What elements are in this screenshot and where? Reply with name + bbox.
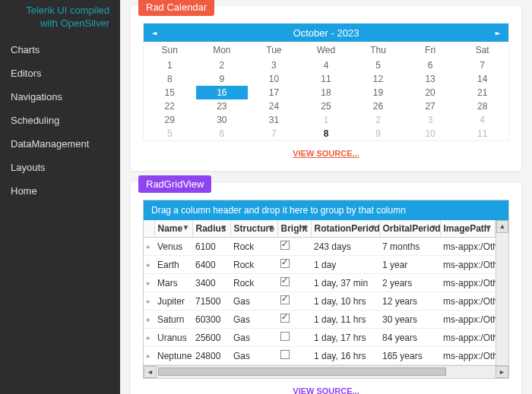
column-header-orbitalperiod[interactable]: OrbitalPeriod▼ [379, 220, 440, 238]
bright-checkbox[interactable] [280, 350, 290, 359]
calendar-day[interactable]: 11 [456, 127, 508, 140]
bright-checkbox[interactable] [280, 277, 290, 286]
calendar-day[interactable]: 31 [248, 113, 300, 127]
table-row[interactable]: ▸Mars3400Rock1 day, 37 min2 yearsms-appx… [144, 274, 496, 292]
calendar-day[interactable]: 8 [144, 72, 196, 86]
calendar-day[interactable]: 1 [300, 113, 353, 127]
cell-bright [277, 329, 311, 347]
filter-icon[interactable]: ▼ [220, 223, 228, 232]
calendar-day[interactable]: 7 [456, 58, 508, 72]
calendar-day[interactable]: 22 [144, 99, 196, 113]
filter-icon[interactable]: ▼ [369, 223, 377, 232]
nav-item-datamanagement[interactable]: DataManagement [0, 132, 120, 156]
scroll-thumb[interactable] [158, 367, 446, 376]
scroll-right-icon[interactable]: ► [496, 366, 508, 378]
row-expand-icon[interactable]: ▸ [144, 329, 154, 347]
group-by-bar[interactable]: Drag a column header and drop it here to… [144, 200, 508, 220]
calendar-day[interactable]: 11 [300, 72, 353, 86]
calendar-day[interactable]: 13 [404, 72, 457, 86]
calendar-day[interactable]: 14 [456, 72, 508, 86]
filter-icon[interactable]: ▼ [182, 223, 190, 232]
calendar-day[interactable]: 9 [352, 127, 404, 140]
column-header-imagepath[interactable]: ImagePath▼ [440, 220, 496, 238]
row-expand-icon[interactable]: ▸ [144, 274, 154, 292]
table-row[interactable]: ▸Uranus25600Gas1 day, 17 hrs84 yearsms-a… [144, 329, 496, 347]
calendar-day[interactable]: 2 [352, 113, 404, 127]
row-expand-icon[interactable]: ▸ [144, 292, 154, 310]
calendar-day[interactable]: 27 [404, 99, 457, 113]
calendar-day[interactable]: 21 [456, 86, 508, 99]
calendar-day[interactable]: 9 [196, 72, 249, 86]
row-expand-icon[interactable]: ▸ [144, 310, 154, 329]
calendar-day[interactable]: 19 [352, 86, 404, 99]
calendar-day[interactable]: 1 [144, 58, 196, 72]
nav-item-editors[interactable]: Editors [0, 61, 120, 85]
calendar-day[interactable]: 26 [352, 99, 404, 113]
table-row[interactable]: ▸Earth6400Rock1 day1 yearms-appx:/Other/… [144, 256, 496, 274]
calendar-day[interactable]: 10 [404, 127, 457, 140]
calendar-day[interactable]: 6 [196, 127, 249, 140]
bright-checkbox[interactable] [280, 295, 290, 304]
calendar-day[interactable]: 5 [352, 58, 404, 72]
table-row[interactable]: ▸Neptune24800Gas1 day, 16 hrs165 yearsms… [144, 347, 496, 365]
filter-icon[interactable]: ▼ [268, 223, 275, 232]
filter-icon[interactable]: ▼ [301, 223, 309, 232]
table-row[interactable]: ▸Venus6100Rock243 days7 monthsms-appx:/O… [144, 238, 496, 256]
nav-item-layouts[interactable]: Layouts [0, 156, 120, 179]
calendar-day[interactable]: 17 [248, 86, 300, 99]
nav-item-charts[interactable]: Charts [0, 38, 120, 61]
calendar-day[interactable]: 16 [196, 86, 249, 99]
grid-view-source-link[interactable]: VIEW SOURCE... [293, 386, 359, 394]
calendar-day[interactable]: 5 [144, 127, 196, 140]
calendar-day[interactable]: 12 [352, 72, 404, 86]
calendar-day[interactable]: 2 [196, 58, 249, 72]
row-expand-icon[interactable]: ▸ [144, 256, 154, 274]
calendar-day[interactable]: 3 [248, 58, 300, 72]
cell-img: ms-appx:/Other/Planets/ [440, 238, 496, 256]
column-header-structure[interactable]: Structure▼ [230, 220, 277, 238]
nav-item-home[interactable]: Home [0, 179, 120, 203]
calendar-day[interactable]: 23 [196, 99, 249, 113]
nav-item-scheduling[interactable]: Scheduling [0, 109, 120, 132]
calendar-day[interactable]: 15 [144, 86, 196, 99]
horizontal-scrollbar[interactable]: ◄ ► [144, 365, 508, 378]
nav-item-navigations[interactable]: Navigations [0, 85, 120, 109]
calendar-day[interactable]: 24 [248, 99, 300, 113]
calendar-next-button[interactable]: ► [487, 28, 508, 38]
table-row[interactable]: ▸Jupiter71500Gas1 day, 10 hrs12 yearsms-… [144, 292, 496, 310]
column-header-bright[interactable]: Bright▼ [277, 220, 311, 238]
calendar-prev-button[interactable]: ◄ [144, 28, 165, 38]
row-expand-icon[interactable]: ▸ [144, 238, 154, 256]
scroll-left-icon[interactable]: ◄ [144, 366, 157, 378]
calendar-day[interactable]: 18 [300, 86, 353, 99]
column-header-radius[interactable]: Radius▼ [192, 220, 230, 238]
filter-icon[interactable]: ▼ [430, 223, 438, 232]
table-row[interactable]: ▸Saturn60300Gas1 day, 11 hrs30 yearsms-a… [144, 310, 496, 329]
bright-checkbox[interactable] [280, 259, 290, 268]
calendar-view-source-link[interactable]: VIEW SOURCE... [293, 149, 359, 158]
calendar-day[interactable]: 25 [300, 99, 353, 113]
row-expand-icon[interactable]: ▸ [144, 347, 154, 365]
calendar-day[interactable]: 4 [456, 113, 508, 127]
calendar-day[interactable]: 10 [248, 72, 300, 86]
calendar-day[interactable]: 28 [456, 99, 508, 113]
calendar-day[interactable]: 29 [144, 113, 196, 127]
bright-checkbox[interactable] [280, 314, 290, 323]
calendar-day[interactable]: 4 [300, 58, 353, 72]
column-header-name[interactable]: Name▼ [154, 220, 192, 238]
cell-structure: Rock [230, 274, 277, 292]
calendar-day[interactable]: 20 [404, 86, 457, 99]
calendar-day[interactable]: 6 [404, 58, 457, 72]
calendar-day[interactable]: 8 [300, 127, 353, 140]
column-header-rotationperiod[interactable]: RotationPeriod▼ [311, 220, 379, 238]
calendar-day[interactable]: 30 [196, 113, 249, 127]
bright-checkbox[interactable] [280, 332, 290, 341]
filter-icon[interactable]: ▼ [485, 223, 492, 232]
calendar-day[interactable]: 3 [404, 113, 457, 127]
bright-checkbox[interactable] [280, 241, 290, 250]
scroll-up-icon[interactable]: ▲ [496, 220, 508, 233]
calendar-title[interactable]: October - 2023 [165, 27, 487, 39]
calendar-day[interactable]: 7 [248, 127, 300, 140]
vertical-scrollbar[interactable]: ▲ [496, 220, 508, 365]
calendar-dow: Tue [248, 42, 300, 58]
